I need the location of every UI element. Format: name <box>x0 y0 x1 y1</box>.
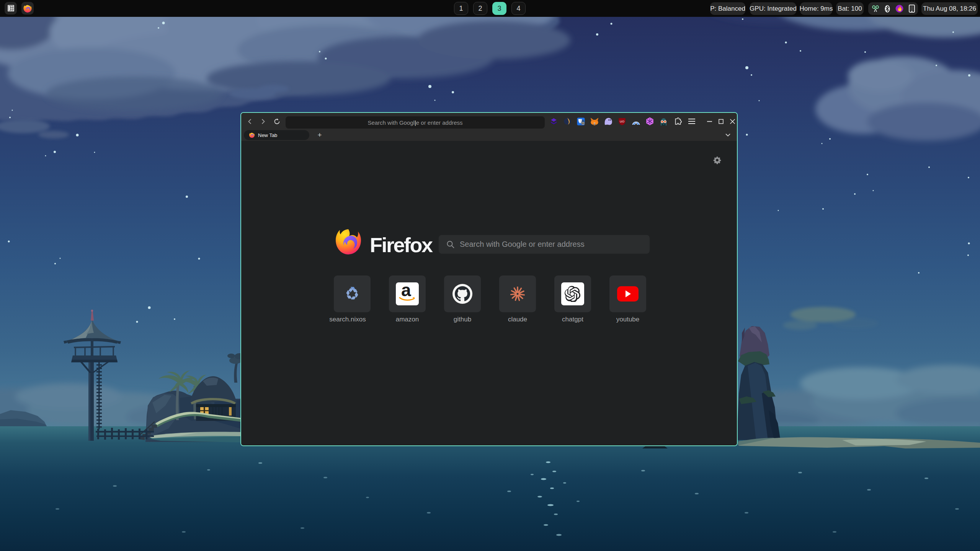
svg-text:UO: UO <box>620 119 624 123</box>
